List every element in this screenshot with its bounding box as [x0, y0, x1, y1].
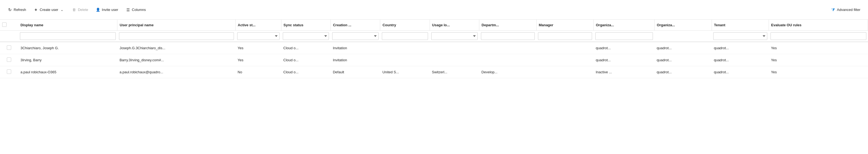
cell-usage-location: Switzerl...	[430, 66, 479, 78]
table-row[interactable]: 3Chiarchiaro, Joseph G.Joseph.G.3Chiarch…	[0, 42, 868, 54]
cell-evaluate-ou: Yes	[769, 42, 868, 54]
filter-country[interactable]	[380, 31, 430, 42]
cell-usage-location	[430, 54, 479, 66]
cell-manager	[536, 54, 593, 66]
filter-org1-input[interactable]	[595, 32, 653, 40]
col-header-organization1: Organiza...	[594, 20, 655, 31]
row-checkbox[interactable]	[7, 57, 11, 62]
cell-tenant: quadrot...	[712, 66, 769, 78]
filter-evaluate-ou-input[interactable]	[771, 32, 866, 40]
cell-sync-status: Cloud o...	[281, 42, 331, 54]
cell-manager	[536, 66, 593, 78]
add-icon	[34, 8, 38, 12]
cell-organization1: quadrot...	[594, 54, 655, 66]
filter-org1[interactable]	[594, 31, 655, 42]
chevron-down-icon	[60, 8, 64, 12]
filter-sync-status-select[interactable]	[283, 32, 329, 40]
col-header-tenant: Tenant	[712, 20, 769, 31]
columns-button[interactable]: Columns	[123, 6, 149, 14]
create-user-label: Create user	[40, 8, 58, 12]
cell-department	[479, 42, 536, 54]
col-header-usage-location: Usage lo...	[430, 20, 479, 31]
cell-sync-status: Cloud o...	[281, 54, 331, 66]
cell-active-status: Yes	[236, 42, 281, 54]
filter-org2	[655, 31, 712, 42]
cell-organization1: Inactive ...	[594, 66, 655, 78]
col-header-display-name: Display name	[18, 20, 117, 31]
table-row[interactable]: 3Irving, BarryBarry.3Irving_disney.com#.…	[0, 54, 868, 66]
cell-active-status: No	[236, 66, 281, 78]
filter-manager-input[interactable]	[538, 32, 592, 40]
col-header-evaluate-ou: Evaluate OU rules	[769, 20, 868, 31]
filter-upn-input[interactable]	[119, 32, 234, 40]
delete-button[interactable]: Delete	[68, 6, 91, 14]
filter-usage-location[interactable]	[430, 31, 479, 42]
cell-organization1: quadrot...	[594, 42, 655, 54]
cell-country: United S...	[380, 66, 430, 78]
table-row[interactable]: a.paul robichaux-O365a.paul.robichaux@qu…	[0, 66, 868, 78]
cell-creation: Invitation	[331, 42, 380, 54]
filter-row	[0, 31, 868, 42]
filter-check-cell	[0, 31, 18, 42]
filter-active-status[interactable]	[236, 31, 281, 42]
row-checkbox-cell[interactable]	[0, 66, 18, 78]
table-container: Display name User principal name Active …	[0, 20, 868, 78]
cell-display-name: 3Irving, Barry	[18, 54, 117, 66]
filter-department[interactable]	[479, 31, 536, 42]
filter-evaluate-ou[interactable]	[769, 31, 868, 42]
col-header-active-status: Active st...	[236, 20, 281, 31]
row-checkbox[interactable]	[7, 45, 11, 50]
cell-tenant: quadrot...	[712, 54, 769, 66]
row-checkbox-cell[interactable]	[0, 42, 18, 54]
filter-country-input[interactable]	[382, 32, 428, 40]
refresh-icon	[8, 8, 12, 12]
advanced-filter-label: Advanced filter	[837, 8, 860, 12]
cell-manager	[536, 42, 593, 54]
invite-user-button[interactable]: Invite user	[93, 6, 121, 14]
col-header-manager: Manager	[536, 20, 593, 31]
col-header-upn: User principal name	[117, 20, 236, 31]
cell-department: Develop...	[479, 66, 536, 78]
refresh-button[interactable]: Refresh	[4, 6, 29, 14]
col-header-creation: Creation ...	[331, 20, 380, 31]
advanced-filter-button[interactable]: Advanced filter	[828, 6, 864, 14]
create-user-button[interactable]: Create user	[31, 6, 68, 14]
col-header-department: Departm...	[479, 20, 536, 31]
filter-sync-status[interactable]	[281, 31, 331, 42]
delete-icon	[72, 8, 76, 12]
filter-tenant[interactable]	[712, 31, 769, 42]
filter-manager[interactable]	[536, 31, 593, 42]
column-header-row: Display name User principal name Active …	[0, 20, 868, 31]
cell-display-name: a.paul robichaux-O365	[18, 66, 117, 78]
filter-display-name[interactable]	[18, 31, 117, 42]
cell-country	[380, 42, 430, 54]
columns-icon	[126, 8, 130, 12]
col-header-sync-status: Sync status	[281, 20, 331, 31]
cell-organization2: quadrot...	[655, 54, 712, 66]
cell-organization2: quadrot...	[655, 42, 712, 54]
filter-display-name-input[interactable]	[20, 32, 116, 40]
cell-upn: Barry.3Irving_disney.com#...	[117, 54, 236, 66]
filter-tenant-select[interactable]	[713, 32, 767, 40]
row-checkbox[interactable]	[7, 70, 11, 74]
refresh-label: Refresh	[14, 8, 26, 12]
col-header-organization2: Organiza...	[655, 20, 712, 31]
row-checkbox-cell[interactable]	[0, 54, 18, 66]
filter-department-input[interactable]	[481, 32, 535, 40]
filter-upn[interactable]	[117, 31, 236, 42]
filter-active-status-select[interactable]	[237, 32, 280, 40]
filter-creation[interactable]	[331, 31, 380, 42]
cell-creation: Invitation	[331, 54, 380, 66]
cell-creation: Default	[331, 66, 380, 78]
cell-upn: Joseph.G.3Chiarchiaro_dis...	[117, 42, 236, 54]
cell-country	[380, 54, 430, 66]
cell-evaluate-ou: Yes	[769, 66, 868, 78]
filter-icon	[831, 8, 835, 12]
filter-usage-location-select[interactable]	[431, 32, 477, 40]
header-checkbox-cell[interactable]	[0, 20, 18, 31]
cell-upn: a.paul.robichaux@quadro...	[117, 66, 236, 78]
cell-tenant: quadrot...	[712, 42, 769, 54]
filter-creation-select[interactable]	[332, 32, 378, 40]
invite-user-label: Invite user	[102, 8, 118, 12]
select-all-checkbox[interactable]	[2, 22, 6, 27]
